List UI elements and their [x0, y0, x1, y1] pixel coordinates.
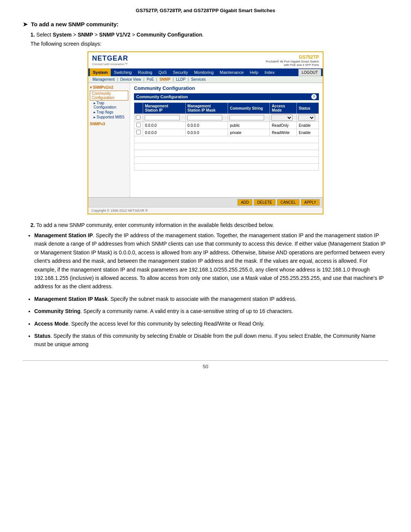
- row2-checkbox-cell: [134, 129, 143, 136]
- input-community-string[interactable]: [229, 115, 264, 120]
- table-header-row: ManagementStation IP ManagementStation I…: [134, 103, 319, 114]
- subnav-deviceview[interactable]: Device View: [118, 77, 143, 82]
- input-station-mask[interactable]: [187, 115, 222, 120]
- main-nav: System Switching Routing QoS Security Mo…: [88, 69, 323, 76]
- row1-access: ReadOnly: [270, 122, 297, 129]
- col-checkbox: [134, 103, 143, 114]
- add-button[interactable]: ADD: [237, 199, 252, 206]
- help-icon[interactable]: ?: [311, 94, 317, 99]
- sidebar-item-supported-mibs[interactable]: ▸ Supported MIBS: [90, 115, 128, 120]
- section-title-text: To add a new SNMP community:: [31, 21, 118, 27]
- product-info: GS752TP ProSafe® 48 Port Gigabit Smart S…: [266, 54, 319, 67]
- sidebar-section-snmpv12: ▾ SNMPv1/v2: [90, 85, 128, 89]
- step1: 1. Select System > SNMP > SNMP V1/V2 > C…: [30, 32, 388, 38]
- apply-button[interactable]: APPLY: [301, 199, 320, 206]
- bullet-title-status: Status: [34, 333, 51, 339]
- input-status-select[interactable]: Enable Disable: [298, 115, 315, 121]
- nav-index[interactable]: Index: [261, 69, 278, 76]
- button-bar: ADD DELETE CANCEL APPLY: [88, 197, 323, 207]
- bullet-item-station-mask: Management Station IP Mask. Specify the …: [34, 295, 388, 303]
- row2-checkbox[interactable]: [136, 130, 141, 134]
- input-community-string-cell: [228, 114, 270, 122]
- screenshot: NETGEAR Connect with innovation™ GS752TP…: [88, 51, 323, 214]
- table-empty-row: [134, 143, 319, 150]
- panel-title: Community Configuration: [134, 85, 319, 91]
- bullet-text-station-ip: . Specify the IP address of the manageme…: [34, 232, 386, 289]
- bullet-list: Management Station IP. Specify the IP ad…: [34, 231, 388, 349]
- row2-community: private: [228, 129, 270, 136]
- step2-num: 2.: [30, 222, 35, 228]
- section-title: ➤ To add a new SNMP community:: [23, 21, 388, 28]
- row2-status: Enable: [297, 129, 319, 136]
- page-header: GS752TP, GS728TP, and GS728TPP Gigabit S…: [23, 8, 388, 13]
- input-station-mask-cell: [185, 114, 228, 122]
- input-station-ip-cell: [143, 114, 186, 122]
- cancel-button[interactable]: CANCEL: [277, 199, 299, 206]
- nav-system[interactable]: System: [90, 69, 111, 76]
- step1-subtext: The following screen displays:: [30, 41, 388, 47]
- subnav-snmp[interactable]: SNMP: [158, 77, 172, 82]
- nav-maintenance[interactable]: Maintenance: [217, 69, 247, 76]
- subnav-lldp[interactable]: LLDP: [174, 77, 187, 82]
- row1-checkbox[interactable]: [136, 123, 141, 127]
- ng-header: NETGEAR Connect with innovation™ GS752TP…: [88, 52, 323, 69]
- nav-qos[interactable]: QoS: [155, 69, 170, 76]
- subnav-services[interactable]: Services: [189, 77, 207, 82]
- copyright: Copyright © 1996-2012 NETGEAR ®: [88, 207, 323, 214]
- bullet-text-community-string: . Specify a community name. A valid entr…: [80, 308, 293, 314]
- panel-subtitle-text: Community Configuration: [136, 94, 188, 99]
- bullet-title-access-mode: Access Mode: [34, 321, 68, 327]
- table-row: 0.0.0.0 0.0.0.0 private ReadWrite Enable: [134, 129, 319, 136]
- sidebar: ▾ SNMPv1/v2 Community Configuration ▸ Tr…: [88, 83, 130, 197]
- delete-button[interactable]: DELETE: [254, 199, 276, 206]
- table-empty-row: [134, 157, 319, 164]
- ng-logo: NETGEAR Connect with innovation™: [92, 54, 128, 66]
- logout-button[interactable]: LOGOUT: [298, 69, 321, 76]
- sub-nav: Management | Device View | PoE | SNMP | …: [88, 76, 323, 83]
- logo-text: NETGEAR: [92, 54, 128, 62]
- subnav-poe[interactable]: PoE: [145, 77, 156, 82]
- input-access-mode-select[interactable]: ReadOnly ReadWrite: [271, 115, 293, 121]
- bullet-item-community-string: Community String. Specify a community na…: [34, 307, 388, 315]
- content-area: ▾ SNMPv1/v2 Community Configuration ▸ Tr…: [88, 83, 323, 197]
- row2-station-mask: 0.0.0.0: [185, 129, 228, 136]
- sidebar-section-snmpv3: SNMPv3: [90, 122, 128, 126]
- input-station-ip[interactable]: [145, 115, 180, 120]
- table-row: 0.0.0.0 0.0.0.0 public ReadOnly Enable: [134, 122, 319, 129]
- row2-access: ReadWrite: [270, 129, 297, 136]
- step1-num: 1.: [30, 32, 35, 38]
- col-status: Status: [297, 103, 319, 114]
- table-input-row: ReadOnly ReadWrite Enable Disable: [134, 114, 319, 122]
- product-desc1: ProSafe® 48 Port Gigabit Smart Switch: [266, 60, 319, 63]
- col-community-string: Community String: [228, 103, 270, 114]
- input-access-mode-cell: ReadOnly ReadWrite: [270, 114, 297, 122]
- nav-routing[interactable]: Routing: [135, 69, 155, 76]
- sidebar-item-trap-config[interactable]: ▸ Trap Configuration: [90, 101, 128, 110]
- table-empty-row: [134, 164, 319, 171]
- product-desc2: with PoE and 4 SFP Ports: [266, 63, 319, 67]
- input-row-checkbox[interactable]: [136, 115, 140, 120]
- row2-station-ip: 0.0.0.0: [143, 129, 186, 136]
- table-empty-row: [134, 136, 319, 143]
- row1-checkbox-cell: [134, 122, 143, 129]
- nav-security[interactable]: Security: [170, 69, 191, 76]
- input-checkbox-cell: [134, 114, 143, 122]
- input-status-cell: Enable Disable: [297, 114, 319, 122]
- row1-community: public: [228, 122, 270, 129]
- main-panel: Community Configuration Community Config…: [130, 83, 323, 197]
- page-footer: 50: [23, 360, 388, 369]
- nav-help[interactable]: Help: [247, 69, 261, 76]
- col-access-mode: Access Mode: [270, 103, 297, 114]
- bullet-text-station-mask: . Specify the subnet mask to associate w…: [108, 296, 296, 302]
- bullet-item-station-ip: Management Station IP. Specify the IP ad…: [34, 231, 388, 291]
- bullet-title-station-ip: Management Station IP: [34, 232, 93, 238]
- sidebar-item-community-config[interactable]: Community Configuration: [90, 91, 128, 101]
- nav-monitoring[interactable]: Monitoring: [191, 69, 217, 76]
- logo-tagline: Connect with innovation™: [92, 62, 128, 66]
- table-empty-row: [134, 150, 319, 157]
- bullet-item-access-mode: Access Mode. Specify the access level fo…: [34, 320, 388, 328]
- subnav-management[interactable]: Management: [91, 77, 116, 82]
- row1-station-mask: 0.0.0.0: [185, 122, 228, 129]
- nav-switching[interactable]: Switching: [111, 69, 135, 76]
- sidebar-item-trap-flags[interactable]: ▸ Trap flags: [90, 110, 128, 115]
